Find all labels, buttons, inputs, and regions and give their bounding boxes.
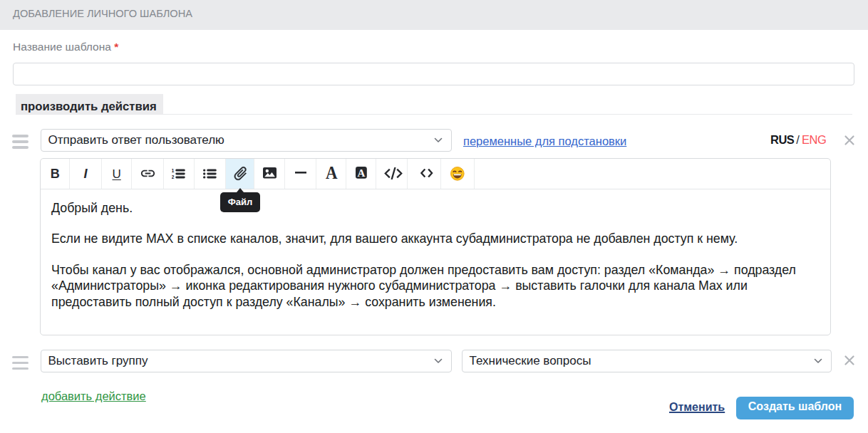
svg-text:2: 2 (172, 174, 175, 179)
svg-text:1: 1 (172, 169, 175, 173)
svg-text:A: A (357, 167, 365, 179)
